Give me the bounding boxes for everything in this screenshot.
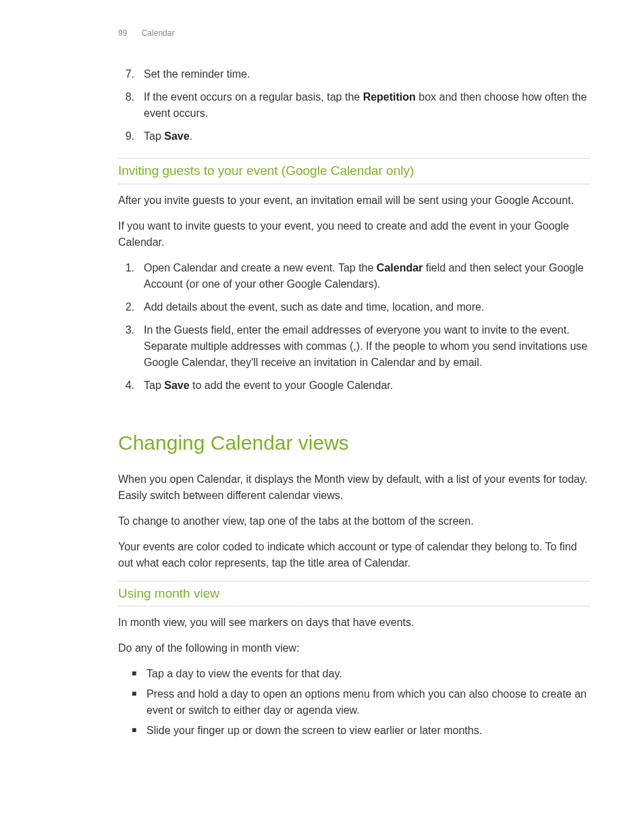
- list-number: 7.: [118, 66, 134, 82]
- list-text: Tap Save to add the event to your Google…: [144, 377, 590, 394]
- list-item: 1. Open Calendar and create a new event.…: [118, 260, 590, 292]
- page-header: 99 Calendar: [118, 27, 590, 39]
- bullet-icon: ■: [132, 686, 142, 719]
- paragraph: After you invite guests to your event, a…: [118, 192, 590, 209]
- list-item: 4. Tap Save to add the event to your Goo…: [118, 377, 590, 394]
- main-heading-changing-views: Changing Calendar views: [118, 427, 590, 458]
- list-number: 4.: [118, 377, 134, 394]
- list-item: 7. Set the reminder time.: [118, 66, 590, 82]
- page-number: 99: [118, 28, 127, 38]
- list-text: In the Guests field, enter the email add…: [144, 322, 590, 371]
- list-text: If the event occurs on a regular basis, …: [144, 89, 590, 122]
- list-item: 3. In the Guests field, enter the email …: [118, 322, 590, 371]
- paragraph: To change to another view, tap one of th…: [118, 513, 590, 529]
- bullet-icon: ■: [132, 666, 142, 682]
- page-container: 99 Calendar 7. Set the reminder time. 8.…: [0, 0, 644, 770]
- paragraph: If you want to invite guests to your eve…: [118, 218, 590, 251]
- list-item: 9. Tap Save.: [118, 128, 590, 145]
- subsection-heading-month-view: Using month view: [118, 581, 590, 607]
- month-view-bullets: ■ Tap a day to view the events for that …: [118, 666, 590, 739]
- bullet-icon: ■: [132, 723, 142, 739]
- paragraph: When you open Calendar, it displays the …: [118, 471, 590, 504]
- list-item: 8. If the event occurs on a regular basi…: [118, 89, 590, 122]
- list-number: 9.: [118, 128, 134, 145]
- list-text: Set the reminder time.: [144, 66, 590, 82]
- list-item: 2. Add details about the event, such as …: [118, 299, 590, 315]
- list-text: Tap Save.: [144, 128, 590, 145]
- subsection-heading-inviting: Inviting guests to your event (Google Ca…: [118, 158, 590, 184]
- list-item: ■ Slide your finger up or down the scree…: [132, 723, 590, 739]
- list-text: Tap a day to view the events for that da…: [146, 666, 590, 682]
- paragraph: In month view, you will see markers on d…: [118, 615, 590, 631]
- list-text: Add details about the event, such as dat…: [144, 299, 590, 315]
- list-text: Slide your finger up or down the screen …: [146, 723, 590, 739]
- paragraph: Your events are color coded to indicate …: [118, 539, 590, 571]
- list-item: ■ Press and hold a day to open an option…: [132, 686, 590, 719]
- list-number: 8.: [118, 89, 134, 122]
- top-ordered-list: 7. Set the reminder time. 8. If the even…: [118, 66, 590, 145]
- inviting-list: 1. Open Calendar and create a new event.…: [118, 260, 590, 394]
- paragraph: Do any of the following in month view:: [118, 640, 590, 656]
- list-number: 2.: [118, 299, 134, 315]
- list-number: 1.: [118, 260, 134, 292]
- list-number: 3.: [118, 322, 134, 371]
- list-item: ■ Tap a day to view the events for that …: [132, 666, 590, 682]
- list-text: Open Calendar and create a new event. Ta…: [144, 260, 590, 292]
- section-name: Calendar: [142, 28, 175, 38]
- page-content: 7. Set the reminder time. 8. If the even…: [118, 66, 590, 739]
- list-text: Press and hold a day to open an options …: [146, 686, 590, 719]
